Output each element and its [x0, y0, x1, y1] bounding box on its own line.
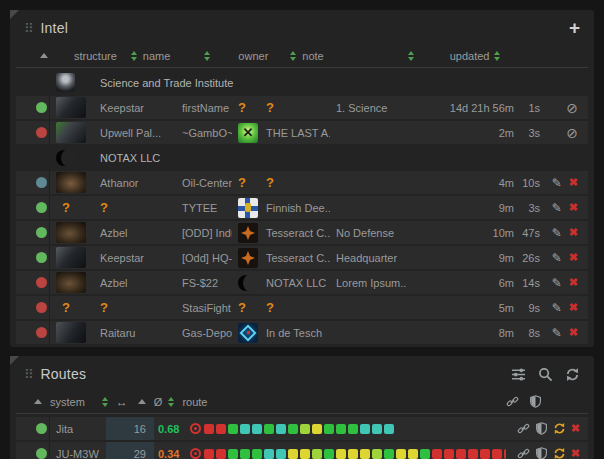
col-route[interactable]: route [182, 396, 207, 408]
intel-panel-header: ⠿ Intel + [10, 10, 594, 40]
note [330, 171, 406, 194]
owner-name: Finnish Dee... [260, 196, 330, 219]
col-structure[interactable]: structure [74, 50, 117, 62]
add-intel-button[interactable]: + [569, 21, 580, 35]
col-note[interactable]: note [302, 50, 323, 62]
link-icon[interactable] [506, 395, 519, 408]
note: Lorem Ipsum... [330, 271, 406, 294]
note: Headquarter [330, 246, 406, 269]
structure-name: Gas-Depot [176, 321, 232, 344]
intel-structure-row[interactable]: Azbel [ODD] Indu2 Tesseract C... No Defe… [16, 221, 588, 244]
structure-image-azbel [56, 222, 86, 243]
updated-time: 4m [406, 171, 518, 194]
unknown-structure-icon: ? [62, 200, 70, 215]
edit-icon[interactable]: ✎ [552, 326, 562, 340]
col-system[interactable]: system [50, 396, 85, 408]
updated-seconds: 47s [518, 221, 544, 244]
unknown-owner-icon: ? [238, 175, 246, 190]
delete-icon[interactable]: ✖ [569, 326, 578, 339]
sort-asc-icon[interactable] [138, 399, 146, 404]
owner-name: THE LAST A... [260, 121, 330, 144]
col-updated[interactable]: updated [450, 50, 490, 62]
sort-both-icon[interactable] [494, 51, 500, 61]
updated-seconds: 10s [518, 171, 544, 194]
sort-both-icon[interactable] [131, 51, 137, 61]
updated-time: 5m [406, 296, 518, 319]
delete-icon[interactable]: ✖ [571, 447, 580, 459]
refresh-icon[interactable] [553, 422, 566, 435]
refresh-icon[interactable] [565, 367, 580, 382]
owner-logo-in-de-tesch [238, 323, 258, 343]
delete-icon[interactable]: ✖ [571, 422, 580, 435]
link-icon[interactable] [517, 447, 530, 459]
sort-both-icon[interactable] [168, 397, 174, 407]
delete-icon[interactable]: ✖ [569, 226, 578, 239]
updated-time: 9m [406, 246, 518, 269]
routes-table-body: Jita 16 0.68 ✖ JU-M3W 29 0.34 [10, 417, 594, 459]
shield-icon[interactable] [529, 395, 542, 408]
intel-structure-row[interactable]: Keepstar [Odd] HQ-One Tesseract C... Hea… [16, 246, 588, 269]
routes-panel-header: ⠿ Routes [10, 356, 594, 386]
route-row[interactable]: Jita 16 0.68 ✖ [16, 417, 588, 440]
intel-structure-row[interactable]: Azbel FS-$22 NOTAX LLC Lorem Ipsum... 6m… [16, 271, 588, 294]
col-jumps[interactable]: ↔ [116, 395, 128, 409]
intel-structure-row[interactable]: Athanor Oil-Center ? ? 4m 10s ✎✖ [16, 171, 588, 194]
edit-icon[interactable]: ✎ [552, 226, 562, 240]
sliders-icon[interactable] [511, 367, 526, 382]
search-icon[interactable] [538, 367, 553, 382]
status-dot [36, 252, 47, 263]
delete-icon[interactable]: ✖ [569, 251, 578, 264]
col-owner[interactable]: owner [238, 50, 268, 62]
col-avg-security[interactable]: Ø [154, 396, 163, 408]
shield-icon[interactable] [535, 447, 548, 459]
owner-logo-finnish [238, 198, 258, 218]
owner-logo-tesseract [238, 223, 258, 243]
structure-name: [Odd] HQ-One [176, 246, 232, 269]
routes-panel: ⠿ Routes system ↔ Ø route [10, 356, 594, 459]
status-dot [36, 423, 47, 434]
delete-icon[interactable]: ✖ [569, 176, 578, 189]
structure-type: Athanor [94, 171, 176, 194]
delete-icon[interactable]: ✖ [569, 276, 578, 289]
route-row[interactable]: JU-M3W 29 0.34 ✖ [16, 442, 588, 459]
sort-both-icon[interactable] [102, 397, 108, 407]
refresh-icon[interactable] [553, 447, 566, 459]
link-icon[interactable] [517, 422, 530, 435]
intel-structure-row[interactable]: Keepstar firstName ? ? 1. Science 14d 21… [16, 96, 588, 119]
route-avg-security: 0.68 [154, 423, 190, 435]
drag-handle-icon[interactable]: ⠿ [24, 21, 34, 36]
edit-icon[interactable]: ✎ [552, 276, 562, 290]
structure-image-azbel [56, 272, 86, 293]
delete-icon[interactable]: ✖ [569, 301, 578, 314]
sort-both-icon[interactable] [204, 51, 210, 61]
edit-icon[interactable]: ✎ [552, 176, 562, 190]
sort-both-icon[interactable] [290, 51, 296, 61]
note [330, 296, 406, 319]
route-systems [190, 448, 506, 459]
edit-icon[interactable]: ✎ [552, 201, 562, 215]
status-dot [36, 302, 47, 313]
updated-time: 10m [406, 221, 518, 244]
edit-icon[interactable]: ✎ [552, 301, 562, 315]
ban-icon[interactable]: ⊘ [566, 100, 578, 116]
status-dot [36, 277, 47, 288]
sort-asc-icon[interactable] [34, 399, 42, 404]
col-name[interactable]: name [143, 50, 171, 62]
edit-icon[interactable]: ✎ [552, 251, 562, 265]
structure-name: Oil-Center [176, 171, 232, 194]
intel-structure-row[interactable]: ? ? StasiFight ? ? 5m 9s ✎✖ [16, 296, 588, 319]
sort-asc-icon[interactable] [40, 53, 48, 58]
updated-seconds: 3s [518, 121, 544, 144]
sort-both-icon[interactable] [408, 51, 414, 61]
ban-icon[interactable]: ⊘ [566, 125, 578, 141]
note: 1. Science [330, 96, 406, 119]
owner-name: Tesseract C... [260, 246, 330, 269]
intel-structure-row[interactable]: Raitaru Gas-Depot In de Tesch 8m 8s ✎✖ [16, 321, 588, 344]
delete-icon[interactable]: ✖ [569, 201, 578, 214]
drag-handle-icon[interactable]: ⠿ [24, 367, 34, 382]
structure-type: Keepstar [94, 246, 176, 269]
intel-structure-row[interactable]: Upwell Pal... ~GambO~ THE LAST A... 2m 3… [16, 121, 588, 144]
shield-icon[interactable] [535, 422, 548, 435]
intel-table-body: Science and Trade Institute Keepstar fir… [10, 71, 594, 344]
intel-structure-row[interactable]: ? ? TYTEE Finnish Dee... 9m 3s ✎✖ [16, 196, 588, 219]
